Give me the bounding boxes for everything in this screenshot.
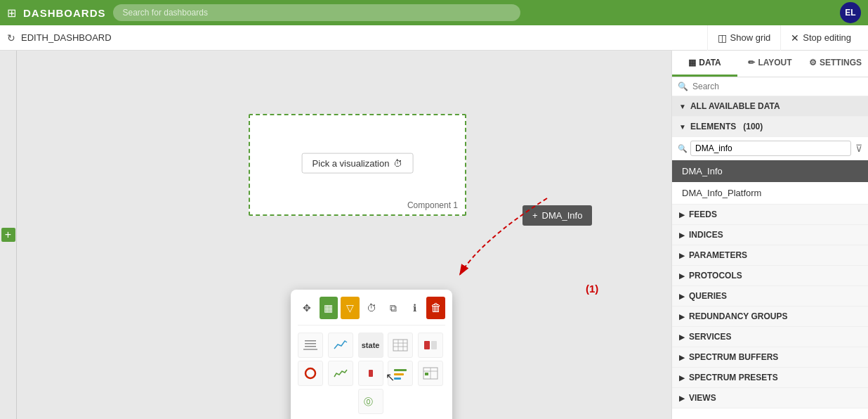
queries-label: QUERIES	[689, 291, 727, 301]
stop-editing-label: Stop editing	[803, 32, 851, 43]
pick-viz-label: Pick a visualization	[313, 157, 390, 168]
feeds-chevron-icon: ▶	[679, 211, 685, 219]
viz-picker-popup: ✥ ▦ ▽ ⏱ ⧉ ℹ 🗑 state	[291, 290, 452, 419]
section-views[interactable]: ▶ VIEWS	[672, 388, 868, 408]
selected-element-item[interactable]: DMA_Info	[672, 160, 868, 182]
app-grid-icon[interactable]: ⊞	[7, 6, 16, 20]
viz-item-lines2[interactable]	[388, 361, 413, 386]
queries-chevron-icon: ▶	[679, 292, 685, 300]
viz-item-bar[interactable]	[328, 361, 353, 386]
section-feeds[interactable]: ▶ FEEDS	[672, 205, 868, 225]
spectrum-buffers-chevron-icon: ▶	[679, 354, 685, 361]
viz-picker-toolbar: ✥ ▦ ▽ ⏱ ⧉ ℹ 🗑	[298, 297, 445, 325]
info-tool-button[interactable]: ℹ	[405, 297, 424, 319]
filter-icon[interactable]: ⊽	[855, 143, 862, 154]
dma-info-label: DMA_Info	[542, 210, 583, 221]
viz-item-ring[interactable]	[298, 361, 323, 386]
section-protocols[interactable]: ▶ PROTOCOLS	[672, 266, 868, 286]
spectrum-buffers-label: SPECTRUM BUFFERS	[689, 352, 778, 362]
section-indices[interactable]: ▶ INDICES	[672, 225, 868, 245]
settings-tab-label: SETTINGS	[820, 58, 862, 67]
feeds-label: FEEDS	[689, 210, 717, 219]
copy-tool-button[interactable]: ⧉	[383, 297, 402, 319]
dma-info-button[interactable]: + DMA_Info	[522, 205, 592, 226]
elements-search-input[interactable]	[690, 141, 851, 156]
viz-item-lines[interactable]	[298, 333, 323, 358]
grid-tool-button[interactable]: ▦	[320, 297, 338, 319]
viz-item-state[interactable]: state	[358, 333, 383, 358]
viz-item-grid2[interactable]	[418, 361, 443, 386]
services-chevron-icon: ▶	[679, 333, 685, 341]
elements-chevron-icon: ▼	[679, 123, 686, 131]
spectrum-presets-label: SPECTRUM PRESETS	[689, 373, 778, 382]
section-spectrum-presets[interactable]: ▶ SPECTRUM PRESETS	[672, 368, 868, 388]
elements-label: ELEMENTS	[690, 122, 736, 131]
delete-tool-button[interactable]: 🗑	[426, 297, 445, 319]
svg-rect-13	[369, 370, 373, 377]
svg-rect-14	[394, 369, 407, 371]
svg-rect-10	[424, 341, 430, 349]
refresh-icon[interactable]: ↻	[7, 32, 15, 44]
services-label: SERVICES	[689, 332, 731, 342]
tab-data[interactable]: ▦ DATA	[672, 51, 737, 77]
svg-rect-20	[425, 373, 428, 375]
move-tool-button[interactable]: ✥	[298, 297, 317, 319]
tab-layout[interactable]: ✏ LAYOUT	[737, 51, 803, 77]
elements-header[interactable]: ▼ ELEMENTS (100)	[672, 117, 868, 137]
data-tab-icon: ▦	[688, 58, 696, 67]
section-spectrum-buffers[interactable]: ▶ SPECTRUM BUFFERS	[672, 347, 868, 368]
elements-count: (100)	[743, 122, 763, 131]
elements-search-icon: 🔍	[678, 144, 688, 153]
show-grid-button[interactable]: ◫ Show grid	[707, 25, 781, 51]
sub-header: ↻ EDITH_DASHBOARD ◫ Show grid ✕ Stop edi…	[0, 25, 868, 51]
section-parameters[interactable]: ▶ PARAMETERS	[672, 245, 868, 266]
views-label: VIEWS	[689, 393, 716, 403]
add-component-button[interactable]: +	[1, 228, 15, 242]
viz-item-trend[interactable]	[328, 333, 353, 358]
section-queries[interactable]: ▶ QUERIES	[672, 286, 868, 307]
svg-point-12	[305, 368, 315, 378]
redundancy-chevron-icon: ▶	[679, 313, 685, 321]
app-title: DASHBOARDS	[23, 7, 106, 19]
sub-element-item[interactable]: DMA_Info_Platform	[672, 182, 868, 205]
all-available-data-header[interactable]: ▼ ALL AVAILABLE DATA	[672, 96, 868, 117]
viz-item-visual[interactable]: ⓪	[358, 389, 383, 414]
avatar: EL	[840, 2, 861, 23]
svg-rect-11	[431, 341, 437, 349]
main-layout: + Pick a visualization ⏱ Component 1 + D…	[0, 51, 868, 419]
section-redundancy-groups[interactable]: ▶ REDUNDANCY GROUPS	[672, 307, 868, 327]
views-chevron-icon: ▶	[679, 394, 685, 402]
svg-rect-1	[305, 346, 316, 347]
protocols-label: PROTOCOLS	[689, 271, 742, 281]
viz-item-table[interactable]	[388, 333, 413, 358]
viz-item-color[interactable]	[418, 333, 443, 358]
show-grid-icon: ◫	[718, 32, 727, 44]
svg-rect-4	[303, 349, 317, 350]
layout-tab-label: LAYOUT	[758, 58, 791, 67]
viz-item-bar2[interactable]	[358, 361, 383, 386]
section-services[interactable]: ▶ SERVICES	[672, 327, 868, 347]
search-input[interactable]	[113, 4, 520, 21]
pick-visualization-button[interactable]: Pick a visualization ⏱	[302, 153, 414, 173]
show-grid-label: Show grid	[730, 32, 771, 43]
tab-settings[interactable]: ⚙ SETTINGS	[803, 51, 868, 77]
parameters-label: PARAMETERS	[689, 250, 747, 260]
viz-grid: state	[298, 333, 445, 414]
filter-tool-button[interactable]: ▽	[341, 297, 360, 319]
top-header: ⊞ DASHBOARDS EL	[0, 0, 868, 25]
svg-rect-5	[393, 340, 407, 351]
canvas-area: Pick a visualization ⏱ Component 1 + DMA…	[17, 51, 671, 419]
clock-tool-button[interactable]: ⏱	[362, 297, 381, 319]
protocols-chevron-icon: ▶	[679, 272, 685, 280]
spectrum-presets-chevron-icon: ▶	[679, 374, 685, 382]
left-sidebar: +	[0, 51, 17, 419]
svg-text:⓪: ⓪	[364, 397, 373, 407]
panel-search-input[interactable]	[692, 82, 862, 91]
stop-editing-button[interactable]: ✕ Stop editing	[780, 25, 861, 51]
dashboard-name: EDITH_DASHBOARD	[21, 32, 112, 43]
all-available-data-label: ALL AVAILABLE DATA	[690, 101, 780, 111]
right-tabs: ▦ DATA ✏ LAYOUT ⚙ SETTINGS	[672, 51, 868, 77]
indices-chevron-icon: ▶	[679, 231, 685, 239]
state-label: state	[362, 341, 380, 349]
svg-rect-3	[305, 340, 316, 342]
